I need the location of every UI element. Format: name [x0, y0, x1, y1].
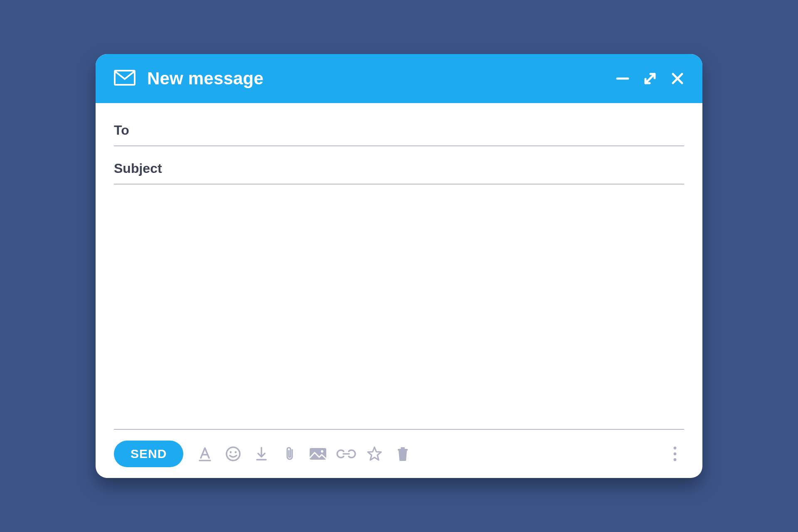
window-title: New message: [147, 69, 264, 89]
svg-point-18: [674, 458, 677, 461]
svg-point-8: [235, 451, 237, 453]
more-options-button[interactable]: [666, 445, 684, 463]
toolbar-icons: [196, 445, 412, 463]
delete-button[interactable]: [394, 445, 412, 463]
svg-point-16: [674, 447, 677, 450]
compose-window: New message: [96, 54, 702, 478]
subject-label: Subject: [114, 161, 172, 176]
svg-rect-15: [401, 447, 405, 449]
emoji-button[interactable]: [224, 445, 242, 463]
subject-input[interactable]: [172, 161, 684, 175]
font-format-button[interactable]: [196, 445, 214, 463]
to-input[interactable]: [172, 123, 684, 137]
download-button[interactable]: [252, 445, 271, 463]
svg-point-7: [230, 451, 232, 453]
insert-image-button[interactable]: [309, 445, 327, 463]
svg-point-12: [321, 450, 323, 453]
message-body-input[interactable]: [114, 185, 684, 430]
svg-rect-14: [398, 449, 408, 451]
titlebar: New message: [96, 54, 702, 103]
envelope-icon: [114, 70, 135, 87]
svg-point-17: [674, 453, 677, 456]
minimize-button[interactable]: [614, 70, 631, 87]
window-controls: [614, 70, 686, 87]
expand-button[interactable]: [642, 70, 658, 87]
close-button[interactable]: [669, 70, 686, 87]
compose-body: To Subject: [96, 103, 702, 430]
send-button[interactable]: SEND: [114, 441, 183, 467]
attach-button[interactable]: [281, 445, 299, 463]
insert-link-button[interactable]: [337, 445, 355, 463]
to-label: To: [114, 123, 172, 138]
compose-toolbar: SEND: [96, 430, 702, 478]
subject-field-row: Subject: [114, 153, 684, 185]
to-field-row: To: [114, 115, 684, 146]
star-button[interactable]: [365, 445, 384, 463]
svg-point-6: [227, 447, 240, 461]
